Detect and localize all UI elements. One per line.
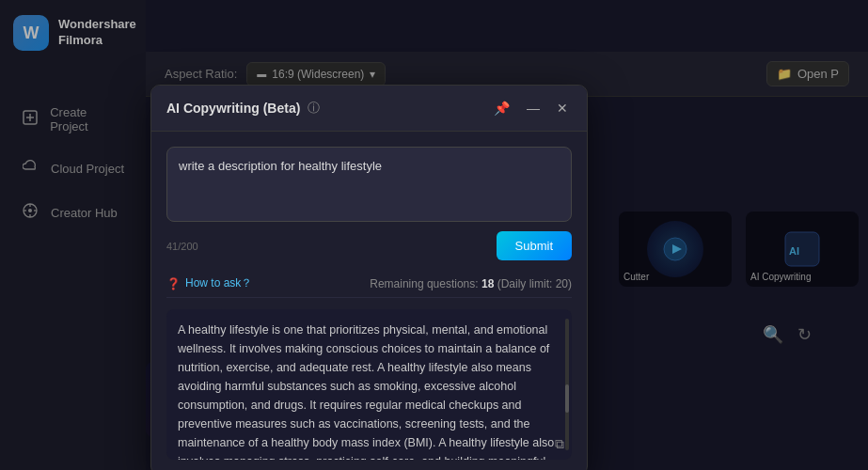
submit-button[interactable]: Submit bbox=[497, 231, 572, 260]
info-icon[interactable]: ⓘ bbox=[308, 100, 320, 117]
minimize-icon[interactable]: — bbox=[523, 99, 544, 118]
how-to-ask-text: How to ask？ bbox=[185, 275, 252, 291]
pin-icon[interactable]: 📌 bbox=[490, 99, 513, 118]
copy-button[interactable]: ⧉ bbox=[555, 436, 564, 452]
help-area: ❓ How to ask？ Remaining questions: 18 (D… bbox=[166, 270, 572, 298]
modal-title: AI Copywriting (Beta) bbox=[166, 101, 300, 116]
modal-controls: 📌 — ✕ bbox=[490, 99, 572, 118]
daily-limit: (Daily limit: 20) bbox=[497, 277, 572, 290]
input-footer: 41/200 Submit bbox=[166, 231, 572, 260]
close-icon[interactable]: ✕ bbox=[553, 99, 572, 118]
scrollbar-track bbox=[565, 319, 569, 450]
remaining-label: Remaining questions: bbox=[370, 277, 481, 290]
modal-header: AI Copywriting (Beta) ⓘ 📌 — ✕ bbox=[151, 86, 587, 132]
ai-copywriting-modal: AI Copywriting (Beta) ⓘ 📌 — ✕ 41/200 Sub… bbox=[150, 85, 588, 470]
result-area: A healthy lifestyle is one that prioriti… bbox=[166, 309, 572, 460]
question-icon: ❓ bbox=[166, 277, 181, 290]
remaining-count: 18 bbox=[481, 277, 494, 290]
char-count: 41/200 bbox=[166, 241, 198, 252]
prompt-input[interactable] bbox=[166, 147, 572, 222]
scrollbar-thumb[interactable] bbox=[565, 384, 569, 413]
remaining-info: Remaining questions: 18 (Daily limit: 20… bbox=[370, 277, 572, 290]
result-text: A healthy lifestyle is one that prioriti… bbox=[178, 321, 560, 460]
modal-body: 41/200 Submit ❓ How to ask？ Remaining qu… bbox=[151, 132, 587, 470]
modal-title-area: AI Copywriting (Beta) ⓘ bbox=[166, 100, 320, 117]
how-to-ask-link[interactable]: ❓ How to ask？ bbox=[166, 275, 252, 291]
